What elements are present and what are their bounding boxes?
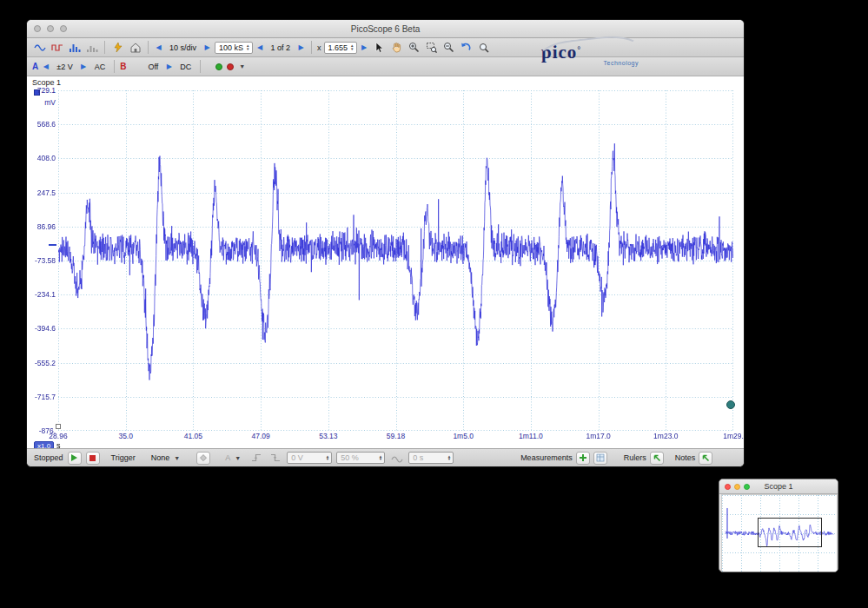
trigger-mode-select[interactable]: None ▼	[148, 453, 183, 463]
hand-tool[interactable]	[389, 41, 404, 55]
x-tick-label: 1m11.0	[519, 432, 543, 440]
y-axis-unit: mV	[27, 98, 56, 107]
home-settings-button[interactable]	[128, 41, 142, 55]
scope-view-button[interactable]	[32, 41, 47, 55]
pretrigger-input[interactable]: 50 % ▲▼	[336, 452, 385, 464]
page-next-arrow[interactable]: ▶	[296, 43, 306, 51]
undo-zoom-button[interactable]	[459, 41, 474, 55]
close-button[interactable]	[34, 25, 41, 32]
stepper-arrows[interactable]: ▲▼	[379, 455, 382, 461]
toolbar-separator	[114, 60, 115, 73]
channel-a-range-arrow[interactable]: ▶	[79, 63, 89, 70]
falling-edge-button[interactable]	[268, 451, 282, 465]
auto-setup-button[interactable]	[110, 41, 125, 55]
falling-edge-icon	[269, 453, 282, 463]
trigger-mode-value: None	[151, 453, 170, 462]
green-arrow-icon	[701, 453, 710, 462]
normal-selection-tool[interactable]	[372, 41, 387, 55]
y-tick-label: -394.6	[27, 324, 56, 333]
x-axis-unit: s	[56, 441, 61, 448]
timebase-select[interactable]: 10 s/div	[166, 43, 200, 53]
overview-title-bar[interactable]: Scope 1	[719, 479, 838, 494]
play-icon	[71, 454, 77, 461]
zoom-out-tool[interactable]	[441, 41, 456, 55]
stepper-arrows[interactable]: ▲▼	[246, 44, 249, 50]
page-prev-arrow[interactable]: ◀	[255, 43, 265, 51]
overview-window-title: Scope 1	[764, 482, 792, 491]
overview-window-controls[interactable]	[725, 484, 750, 490]
channel-a-arrow[interactable]: ◀	[41, 63, 50, 70]
marquee-zoom-icon	[426, 42, 437, 53]
add-measurement-button[interactable]	[576, 452, 590, 465]
device-status-button[interactable]: ▼	[211, 63, 248, 71]
trigger-label: Trigger	[111, 453, 136, 462]
minimize-button[interactable]	[734, 484, 740, 490]
channel-b-range-arrow[interactable]: ▶	[164, 63, 174, 70]
zoom-factor-input[interactable]: 1.655 ▲▼	[324, 42, 357, 54]
trigger-channel-value: A	[225, 453, 230, 462]
channel-a-coupling-value: AC	[95, 63, 106, 71]
stepper-arrows[interactable]: ▲▼	[447, 455, 451, 461]
channel-a-zero-marker[interactable]	[49, 244, 56, 246]
stepper-arrows[interactable]: ▲▼	[326, 455, 329, 461]
x-tick-label: 35.0	[118, 432, 133, 440]
trigger-diamond-icon	[199, 453, 208, 462]
timebase-next-arrow[interactable]: ▶	[202, 43, 212, 51]
scope-plot[interactable]	[58, 90, 733, 431]
view-selection-rect[interactable]	[758, 518, 822, 547]
channel-b-range-select[interactable]: Off	[144, 62, 162, 72]
channel-a-range-value: ±2 V	[56, 63, 72, 71]
zoom-in-tool[interactable]	[407, 41, 421, 55]
home-icon	[129, 42, 142, 53]
axis-handle[interactable]	[56, 424, 61, 429]
picoscope-window: PicoScope 6 Beta ◀ 10 s/div ▶ 100 kS ▲▼ …	[26, 19, 745, 467]
zoom-full-button[interactable]	[476, 41, 491, 55]
rising-edge-button[interactable]	[248, 451, 263, 465]
window-zoom-tool[interactable]	[424, 41, 439, 55]
notes-button[interactable]	[699, 452, 712, 465]
minimize-button[interactable]	[47, 25, 54, 32]
channel-b-coupling-select[interactable]: DC	[176, 62, 195, 72]
persistence-view-button[interactable]	[84, 41, 99, 55]
y-tick-label: -715.7	[27, 393, 56, 401]
maximize-button[interactable]	[60, 25, 67, 32]
rulers-label: Rulers	[624, 453, 646, 462]
pretrigger-value: 50 %	[341, 453, 359, 462]
close-button[interactable]	[725, 484, 731, 490]
trigger-channel-select[interactable]: A ▼	[222, 453, 244, 463]
stepper-arrows[interactable]: ▲▼	[350, 44, 354, 50]
spectrum-view-button[interactable]	[67, 41, 82, 55]
sample-count-input[interactable]: 100 kS ▲▼	[215, 42, 253, 54]
start-button[interactable]	[68, 452, 82, 465]
title-bar[interactable]: PicoScope 6 Beta	[27, 20, 744, 38]
trigger-delay-input[interactable]: 0 s ▲▼	[408, 452, 454, 464]
timebase-prev-arrow[interactable]: ◀	[154, 43, 163, 51]
trigger-threshold-value: 0 V	[291, 453, 303, 462]
trigger-threshold-input[interactable]: 0 V ▲▼	[287, 452, 332, 464]
toolbar-separator	[148, 41, 149, 54]
x-tick-label: 41.05	[184, 432, 202, 440]
advanced-trigger-button[interactable]	[389, 451, 404, 465]
trigger-delay-value: 0 s	[413, 453, 423, 462]
y-tick-label: 247.5	[27, 188, 56, 197]
rulers-button[interactable]	[650, 452, 664, 465]
measurement-table-button[interactable]	[593, 452, 607, 465]
zoom-factor-value: 1.655	[328, 43, 348, 52]
channel-a-range-select[interactable]: ±2 V	[53, 62, 76, 72]
maximize-button[interactable]	[744, 484, 750, 490]
channel-a-coupling-select[interactable]: AC	[91, 62, 109, 72]
trigger-marker-button[interactable]	[196, 452, 210, 465]
square-wave-button[interactable]	[50, 41, 64, 55]
chevron-down-icon: ▼	[174, 455, 180, 461]
y-tick-label: 729.1	[27, 86, 56, 95]
undo-arrow-icon	[460, 42, 472, 53]
x-tick-label: 1m17.0	[586, 432, 610, 440]
toolbar-separator	[200, 60, 201, 73]
x-axis-zoom-badge[interactable]: x1.0	[34, 441, 54, 448]
channel-b-label: B	[120, 62, 126, 71]
stop-button[interactable]	[86, 452, 100, 465]
zoom-apply-arrow[interactable]: ▶	[360, 43, 369, 51]
window-controls[interactable]	[34, 25, 67, 32]
window-title: PicoScope 6 Beta	[351, 24, 421, 34]
toolbar-separator	[104, 41, 105, 54]
